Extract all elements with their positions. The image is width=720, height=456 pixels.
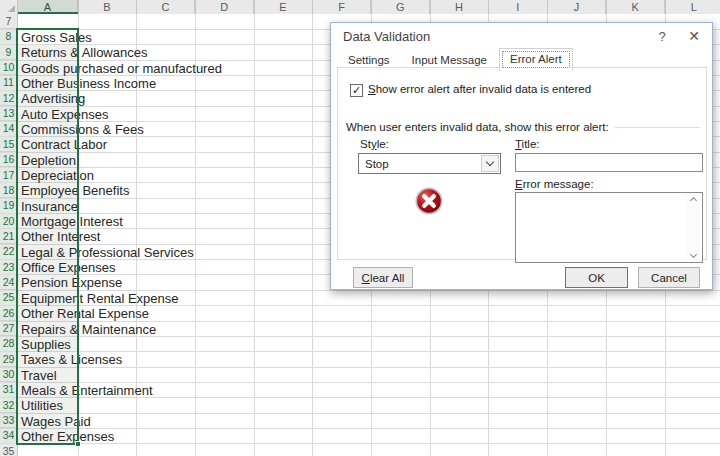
selection-range	[16, 28, 79, 445]
row-header-33[interactable]: 33	[0, 413, 17, 428]
row-header-22[interactable]: 22	[0, 244, 17, 259]
column-header-d[interactable]: D	[195, 0, 254, 14]
header-separator	[371, 0, 372, 14]
dropdown-arrow-button[interactable]	[481, 155, 499, 172]
tab-input-message[interactable]: Input Message	[402, 51, 497, 70]
gridline-vertical	[195, 14, 196, 456]
chevron-down-icon	[486, 158, 494, 166]
scroll-up-icon[interactable]	[690, 197, 697, 204]
row-header-19[interactable]: 19	[0, 198, 17, 213]
row-header-16[interactable]: 16	[0, 152, 17, 167]
header-separator	[254, 0, 255, 14]
selected-column-accent	[18, 12, 78, 15]
select-all-corner[interactable]	[0, 0, 18, 14]
close-button[interactable]: ✕	[682, 25, 706, 47]
tab-error-alert[interactable]: Error Alert	[499, 48, 573, 71]
header-separator	[195, 0, 196, 14]
header-separator	[488, 0, 489, 14]
selection-fill	[18, 45, 77, 443]
row-header-8[interactable]: 8	[0, 29, 17, 44]
fill-handle[interactable]	[75, 441, 81, 447]
row-header-13[interactable]: 13	[0, 106, 17, 121]
dialog-title: Data Validation	[343, 29, 430, 44]
column-header-f[interactable]: F	[313, 0, 372, 14]
row-header-9[interactable]: 9	[0, 45, 17, 60]
row-header-17[interactable]: 17	[0, 168, 17, 183]
dialog-titlebar[interactable]: Data Validation ? ✕	[331, 23, 712, 49]
column-header-c[interactable]: C	[137, 0, 196, 14]
row-header-14[interactable]: 14	[0, 121, 17, 136]
row-header-18[interactable]: 18	[0, 183, 17, 198]
gridline-horizontal	[0, 413, 720, 414]
gridline-vertical	[254, 14, 255, 456]
help-button[interactable]: ?	[650, 25, 674, 47]
style-dropdown[interactable]: Stop	[358, 153, 501, 174]
row-header-24[interactable]: 24	[0, 275, 17, 290]
show-error-alert-checkbox[interactable]: ✓	[350, 84, 363, 97]
row-header-27[interactable]: 27	[0, 321, 17, 336]
row-header-11[interactable]: 11	[0, 75, 17, 90]
style-dropdown-value: Stop	[365, 156, 389, 172]
row-header-32[interactable]: 32	[0, 398, 17, 413]
cancel-button[interactable]: Cancel	[638, 267, 700, 288]
error-message-label: Error message:	[515, 178, 594, 190]
column-header-e[interactable]: E	[254, 0, 313, 14]
title-label: Title:	[515, 138, 540, 150]
header-separator	[547, 0, 548, 14]
column-header-g[interactable]: G	[372, 0, 431, 14]
row-header-30[interactable]: 30	[0, 367, 17, 382]
excel-window: ABCDEFGHIJKL 789101112131415161718192021…	[0, 0, 720, 456]
row-header-26[interactable]: 26	[0, 306, 17, 321]
row-header-28[interactable]: 28	[0, 336, 17, 351]
row-header-20[interactable]: 20	[0, 214, 17, 229]
row-header-23[interactable]: 23	[0, 260, 17, 275]
stop-error-icon	[415, 187, 443, 215]
group-divider	[615, 127, 700, 128]
data-validation-dialog: Data Validation ? ✕ SettingsInput Messag…	[330, 22, 713, 290]
show-error-alert-label: Show error alert after invalid data is e…	[368, 83, 591, 95]
row-header-10[interactable]: 10	[0, 60, 17, 75]
column-header-j[interactable]: J	[548, 0, 607, 14]
column-header-l[interactable]: L	[665, 0, 720, 14]
header-separator	[136, 0, 137, 14]
header-separator	[312, 0, 313, 14]
row-header-21[interactable]: 21	[0, 229, 17, 244]
row-header-29[interactable]: 29	[0, 352, 17, 367]
group-label: When user enters invalid data, show this…	[346, 121, 609, 133]
error-message-input[interactable]	[515, 192, 703, 263]
column-header-k[interactable]: K	[606, 0, 665, 14]
column-header-b[interactable]: B	[78, 0, 137, 14]
ok-button[interactable]: OK	[565, 267, 628, 288]
style-label: Style:	[360, 138, 389, 150]
scroll-down-icon[interactable]	[690, 251, 697, 258]
tab-strip: SettingsInput MessageError Alert	[338, 48, 573, 70]
column-header-i[interactable]: I	[489, 0, 548, 14]
title-input[interactable]	[515, 153, 703, 172]
header-separator	[430, 0, 431, 14]
header-separator	[606, 0, 607, 14]
column-header-h[interactable]: H	[430, 0, 489, 14]
checkmark-icon: ✓	[352, 84, 361, 96]
row-header-35[interactable]: 35	[0, 444, 17, 456]
row-header-31[interactable]: 31	[0, 382, 17, 397]
row-header-34[interactable]: 34	[0, 428, 17, 443]
row-header-15[interactable]: 15	[0, 137, 17, 152]
error-alert-group: When user enters invalid data, show this…	[346, 121, 700, 133]
row-header-12[interactable]: 12	[0, 91, 17, 106]
tab-settings[interactable]: Settings	[338, 51, 400, 70]
clear-all-button[interactable]: Clear All	[353, 267, 413, 288]
textarea-scrollbar[interactable]	[686, 194, 701, 261]
gridline-vertical	[312, 14, 313, 456]
select-all-triangle-icon	[8, 5, 15, 12]
row-header-7[interactable]: 7	[0, 14, 17, 29]
header-separator	[665, 0, 666, 14]
row-header-25[interactable]: 25	[0, 290, 17, 305]
